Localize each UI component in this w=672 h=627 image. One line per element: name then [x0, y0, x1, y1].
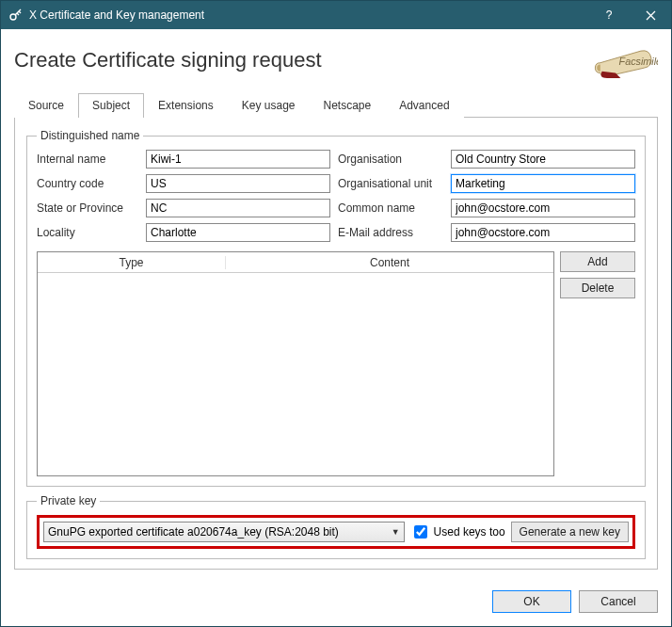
- extra-dn-area: Type Content Add Delete: [37, 251, 635, 476]
- ok-button[interactable]: OK: [492, 590, 571, 613]
- pk-legend: Private key: [37, 494, 100, 507]
- label-organisation: Organisation: [338, 153, 443, 166]
- used-keys-input[interactable]: [414, 525, 427, 539]
- label-state: State or Province: [37, 201, 138, 215]
- tab-subject[interactable]: Subject: [78, 93, 144, 118]
- extra-dn-table[interactable]: Type Content: [37, 251, 554, 476]
- tab-source[interactable]: Source: [14, 93, 78, 118]
- cn-input[interactable]: [451, 199, 635, 217]
- label-cn: Common name: [338, 201, 443, 215]
- chevron-down-icon: ▼: [392, 527, 400, 537]
- tab-netscape[interactable]: Netscape: [309, 93, 385, 118]
- tab-extensions[interactable]: Extensions: [144, 93, 228, 118]
- tab-advanced[interactable]: Advanced: [385, 93, 463, 118]
- close-button[interactable]: [630, 1, 671, 29]
- col-content[interactable]: Content: [226, 256, 553, 269]
- label-internal-name: Internal name: [37, 153, 138, 166]
- delete-button[interactable]: Delete: [560, 278, 635, 298]
- dn-grid: Internal name Organisation Country code …: [37, 150, 635, 242]
- generate-key-button[interactable]: Generate a new key: [511, 522, 629, 542]
- email-input[interactable]: [451, 223, 635, 242]
- window-title: X Certificate and Key management: [29, 8, 588, 22]
- locality-input[interactable]: [146, 223, 330, 242]
- organisation-input[interactable]: [451, 150, 635, 169]
- key-icon: [8, 7, 24, 24]
- page-title: Create Certificate signing request: [14, 48, 590, 72]
- used-keys-label: Used keys too: [434, 525, 505, 539]
- dn-fieldset: Distinguished name Internal name Organis…: [26, 129, 646, 487]
- private-key-fieldset: Private key GnuPG exported certificate a…: [26, 494, 646, 559]
- internal-name-input[interactable]: [146, 150, 330, 169]
- titlebar: X Certificate and Key management ?: [1, 1, 671, 29]
- svg-text:Facsimile: Facsimile: [619, 56, 658, 67]
- tab-bar: Source Subject Extensions Key usage Nets…: [14, 92, 658, 118]
- used-keys-checkbox[interactable]: Used keys too: [410, 522, 505, 541]
- cancel-button[interactable]: Cancel: [579, 590, 658, 613]
- tab-keyusage[interactable]: Key usage: [228, 93, 310, 118]
- dn-legend: Distinguished name: [37, 129, 143, 142]
- private-key-selected: GnuPG exported certificate a020674a_key …: [48, 525, 392, 539]
- label-email: E-Mail address: [338, 226, 443, 239]
- content: Create Certificate signing request Facsi…: [1, 29, 671, 583]
- help-button[interactable]: ?: [588, 1, 630, 29]
- table-header: Type Content: [38, 252, 553, 273]
- add-button[interactable]: Add: [560, 251, 635, 272]
- table-buttons: Add Delete: [560, 251, 635, 476]
- label-locality: Locality: [37, 226, 138, 239]
- scroll-logo: Facsimile: [590, 39, 658, 85]
- pk-highlight: GnuPG exported certificate a020674a_key …: [37, 515, 635, 549]
- label-country: Country code: [37, 177, 138, 190]
- private-key-combo[interactable]: GnuPG exported certificate a020674a_key …: [43, 522, 405, 542]
- state-input[interactable]: [146, 199, 330, 217]
- header: Create Certificate signing request Facsi…: [14, 39, 658, 85]
- label-ou: Organisational unit: [338, 177, 443, 190]
- ou-input[interactable]: [451, 174, 635, 193]
- country-input[interactable]: [146, 174, 330, 193]
- window: X Certificate and Key management ? Creat…: [0, 0, 672, 627]
- col-type[interactable]: Type: [38, 256, 226, 269]
- dialog-footer: OK Cancel: [1, 583, 671, 626]
- tab-body: Distinguished name Internal name Organis…: [14, 118, 658, 570]
